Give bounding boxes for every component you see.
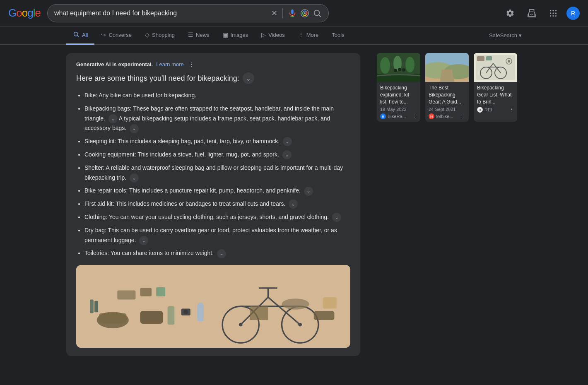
item-expand-btn-2[interactable]: ⌄ xyxy=(130,124,139,133)
svg-rect-66 xyxy=(477,56,484,61)
item-expand-btn[interactable]: ⌄ xyxy=(217,249,226,258)
list-item: Clothing: You can wear your usual cyclin… xyxy=(84,212,350,222)
card-title-3: Bikepacking Gear List: What to Brin... xyxy=(477,84,514,105)
svg-point-40 xyxy=(282,298,309,309)
safe-search-label: SafeSearch xyxy=(489,32,517,38)
svg-rect-39 xyxy=(156,287,165,296)
list-item-text: Shelter: A reliable and waterproof sleep… xyxy=(84,164,343,181)
result-card-1[interactable]: Bikepacking explained: kit list, how to.… xyxy=(377,53,420,122)
more-tab-icon: ⋮ xyxy=(298,31,304,38)
list-item: Cooking equipment: This includes a stove… xyxy=(84,150,350,160)
svg-point-34 xyxy=(183,310,188,314)
tab-videos[interactable]: ▷ Videos xyxy=(255,26,292,45)
bikepacking-image-inner xyxy=(76,265,350,348)
list-item-text: Dry bag: This can be used to carry overf… xyxy=(84,227,337,243)
result-cards: Bikepacking explained: kit list, how to.… xyxy=(377,53,522,122)
news-tab-icon: ☰ xyxy=(188,31,193,38)
svg-rect-38 xyxy=(140,288,152,296)
tab-tools[interactable]: Tools xyxy=(325,26,351,45)
search-submit-icon[interactable] xyxy=(313,9,322,18)
converse-tab-icon: ↪ xyxy=(101,31,106,38)
svg-rect-41 xyxy=(314,311,335,320)
tab-images[interactable]: ▣ Images xyxy=(216,26,255,45)
labs-icon[interactable] xyxy=(523,5,540,22)
topbar-right: R xyxy=(502,5,580,22)
card-source-3: R REI ⋮ xyxy=(477,107,514,113)
card-more-1[interactable]: ⋮ xyxy=(412,114,417,119)
list-item: Sleeping kit: This includes a sleeping b… xyxy=(84,137,350,147)
ai-question-expand-btn[interactable]: ⌄ xyxy=(243,72,254,84)
svg-rect-18 xyxy=(99,313,126,323)
card-source-2: 99 99bike... ⋮ xyxy=(429,113,465,119)
source-favicon-3: R xyxy=(477,107,483,113)
avatar[interactable]: R xyxy=(566,7,580,20)
tab-shopping[interactable]: ◇ Shopping xyxy=(138,26,181,45)
svg-point-12 xyxy=(552,15,554,16)
item-expand-btn[interactable]: ⌄ xyxy=(304,187,313,196)
safe-search-arrow-icon: ▾ xyxy=(519,32,522,38)
settings-icon[interactable] xyxy=(502,5,518,22)
card-source-1: B BikeRa... ⋮ xyxy=(380,113,417,119)
svg-point-50 xyxy=(402,68,405,72)
list-item: Bike: Any bike can be used for bikepacki… xyxy=(84,91,350,101)
google-lens-icon[interactable] xyxy=(300,9,309,18)
tab-converse[interactable]: ↪ Converse xyxy=(94,26,138,45)
svg-point-2 xyxy=(304,12,306,14)
ai-question-text: Here are some things you'll need for bik… xyxy=(76,74,239,83)
nav-tabs: All ↪ Converse ◇ Shopping ☰ News ▣ Image… xyxy=(0,26,588,45)
ai-list: Bike: Any bike can be used for bikepacki… xyxy=(76,91,350,258)
item-expand-btn[interactable]: ⌄ xyxy=(282,150,292,159)
list-item: Bike repair tools: This includes a punct… xyxy=(84,186,350,196)
svg-rect-19 xyxy=(140,311,163,324)
tab-all[interactable]: All xyxy=(66,26,94,45)
svg-point-6 xyxy=(552,10,554,11)
result-card-3[interactable]: Bikepacking Gear List: What to Brin... R… xyxy=(474,53,517,122)
source-name-2: 99bike... xyxy=(436,114,453,119)
card-more-3[interactable]: ⋮ xyxy=(509,107,514,113)
tab-news[interactable]: ☰ News xyxy=(181,26,216,45)
result-card-2[interactable]: The Best Bikepacking Gear: A Guid... 24 … xyxy=(425,53,469,122)
safe-search[interactable]: SafeSearch ▾ xyxy=(489,32,522,38)
list-item: First aid kit: This includes medicines o… xyxy=(84,199,350,209)
card-date-2: 24 Sept 2021 xyxy=(429,107,465,112)
ai-learn-more-link[interactable]: Learn more xyxy=(156,61,183,67)
svg-line-4 xyxy=(319,15,321,17)
card-thumbnail-1 xyxy=(377,53,420,82)
svg-rect-35 xyxy=(197,304,203,322)
svg-point-10 xyxy=(555,12,557,14)
voice-search-icon[interactable] xyxy=(288,9,297,18)
search-divider xyxy=(282,8,283,18)
right-column: Bikepacking explained: kit list, how to.… xyxy=(377,53,522,363)
tab-more[interactable]: ⋮ More xyxy=(292,26,325,45)
tab-videos-label: Videos xyxy=(268,32,285,38)
ai-card: Generative AI is experimental. Learn mor… xyxy=(66,53,360,356)
source-name-1: BikeRa... xyxy=(388,114,406,119)
svg-rect-37 xyxy=(117,291,135,300)
svg-point-48 xyxy=(394,69,397,72)
svg-point-49 xyxy=(398,68,401,71)
list-item-text: Bike repair tools: This includes a punct… xyxy=(84,187,301,194)
svg-line-15 xyxy=(77,35,79,36)
search-input[interactable] xyxy=(54,10,268,17)
item-expand-btn[interactable]: ⌄ xyxy=(332,213,341,222)
item-expand-btn[interactable]: ⌄ xyxy=(108,114,118,123)
list-item: Dry bag: This can be used to carry overf… xyxy=(84,226,350,245)
card-title-1: Bikepacking explained: kit list, how to.… xyxy=(380,84,417,105)
item-expand-btn[interactable]: ⌄ xyxy=(283,137,292,146)
list-item-text: Bike: Any bike can be used for bikepacki… xyxy=(84,92,196,99)
item-expand-btn[interactable]: ⌄ xyxy=(130,173,139,183)
card-more-2[interactable]: ⋮ xyxy=(461,114,465,119)
google-logo[interactable]: Google xyxy=(8,7,41,19)
item-expand-btn[interactable]: ⌄ xyxy=(289,200,298,209)
card-date-1: 19 May 2022 xyxy=(380,107,417,112)
svg-point-47 xyxy=(405,57,414,72)
clear-search-icon[interactable]: ✕ xyxy=(271,9,277,18)
ai-experimental-label: Generative AI is experimental. xyxy=(76,61,153,67)
item-expand-btn[interactable]: ⌄ xyxy=(139,236,148,245)
apps-icon[interactable] xyxy=(545,5,561,22)
ai-menu-icon[interactable]: ⋮ xyxy=(189,61,194,67)
source-favicon-2: 99 xyxy=(429,113,434,119)
ai-question: Here are some things you'll need for bik… xyxy=(76,72,350,84)
svg-marker-30 xyxy=(250,306,268,320)
svg-rect-36 xyxy=(198,303,203,306)
